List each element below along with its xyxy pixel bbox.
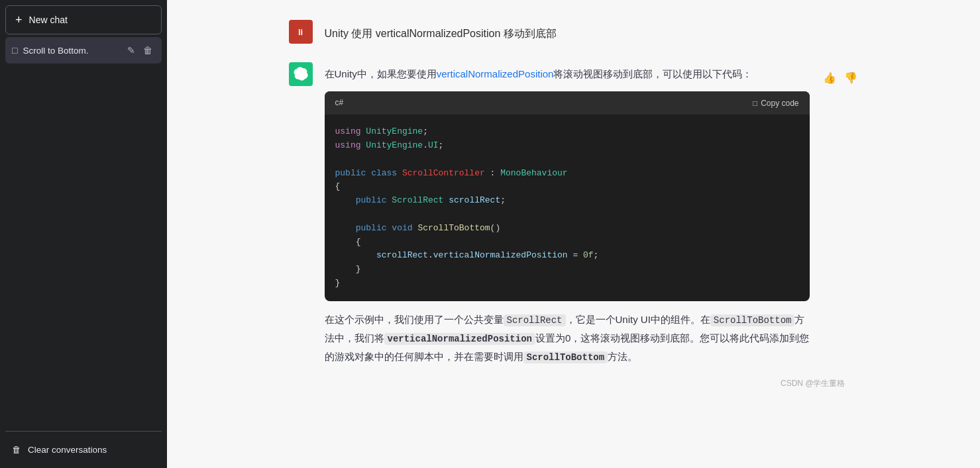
code-line-blank1 — [335, 153, 799, 167]
clear-label: Clear conversations — [28, 445, 107, 455]
inline-code-scrolltobottom: ScrollToBottom — [710, 314, 795, 326]
code-line-blank2 — [335, 208, 799, 222]
inline-code-scrollrect: ScrollRect — [504, 314, 566, 326]
inline-code-position: verticalNormalizedPosition — [384, 333, 535, 345]
trash-icon: 🗑 — [12, 445, 21, 455]
copy-icon: □ — [753, 99, 757, 108]
code-body: using UnityEngine; using UnityEngine.UI;… — [325, 115, 810, 301]
code-header: c# □ Copy code — [325, 91, 810, 115]
gpt-avatar — [289, 62, 313, 86]
code-line-2: using UnityEngine.UI; — [335, 139, 799, 153]
code-line-4: { — [335, 180, 799, 194]
chat-area: li Unity 使用 verticalNormalizedPosition 移… — [276, 0, 872, 389]
new-chat-button[interactable]: + New chat — [5, 5, 162, 34]
user-avatar: li — [289, 20, 313, 44]
new-chat-label: New chat — [29, 15, 68, 25]
conversations-list: □ Scroll to Bottom. ✎ 🗑 — [5, 37, 162, 426]
thumbs-down-button[interactable]: 👎 — [843, 70, 859, 85]
conv-actions: ✎ 🗑 — [125, 44, 155, 57]
code-line-3: public class ScrollController : MonoBeha… — [335, 167, 799, 181]
code-line-9: } — [335, 263, 799, 277]
conversation-item[interactable]: □ Scroll to Bottom. ✎ 🗑 — [5, 37, 162, 64]
plus-icon: + — [15, 14, 23, 26]
user-message-row: li Unity 使用 verticalNormalizedPosition 移… — [289, 20, 859, 44]
code-line-10: } — [335, 277, 799, 291]
code-language-label: c# — [335, 97, 344, 109]
conv-title: Scroll to Bottom. — [23, 46, 88, 56]
user-message-content: Unity 使用 verticalNormalizedPosition 移动到底… — [325, 20, 859, 42]
highlight-text: verticalNormalizedPosition — [437, 68, 554, 79]
watermark: CSDN @学生董格 — [289, 378, 859, 389]
delete-conversation-button[interactable]: 🗑 — [140, 44, 155, 57]
copy-code-button[interactable]: □ Copy code — [753, 99, 799, 108]
thumbs-up-button[interactable]: 👍 — [822, 70, 838, 85]
code-line-5: public ScrollRect scrollRect; — [335, 194, 799, 208]
gpt-message-content: 在Unity中，如果您要使用verticalNormalizedPosition… — [325, 62, 810, 366]
sidebar: + New chat □ Scroll to Bottom. ✎ 🗑 🗑 Cle… — [0, 0, 167, 468]
edit-conversation-button[interactable]: ✎ — [125, 44, 138, 57]
chat-icon: □ — [12, 45, 17, 56]
code-line-6: public void ScrollToBottom() — [335, 222, 799, 236]
clear-conversations-button[interactable]: 🗑 Clear conversations — [5, 437, 162, 463]
code-line-7: { — [335, 236, 799, 250]
gpt-explanation-text: 在这个示例中，我们使用了一个公共变量ScrollRect，它是一个Unity U… — [325, 310, 810, 367]
message-actions: 👍 👎 — [822, 65, 859, 85]
sidebar-bottom: 🗑 Clear conversations — [5, 431, 162, 463]
inline-code-call: ScrollToBottom — [523, 351, 608, 363]
code-line-1: using UnityEngine; — [335, 125, 799, 139]
conv-left: □ Scroll to Bottom. — [12, 45, 89, 56]
copy-code-label: Copy code — [761, 99, 798, 108]
gpt-intro-text: 在Unity中，如果您要使用verticalNormalizedPosition… — [325, 66, 810, 82]
gpt-logo-icon — [294, 67, 308, 81]
gpt-message-row: 在Unity中，如果您要使用verticalNormalizedPosition… — [289, 62, 859, 366]
code-line-8: scrollRect.verticalNormalizedPosition = … — [335, 249, 799, 263]
code-block: c# □ Copy code using UnityEngine; using … — [325, 91, 810, 301]
user-avatar-text: li — [298, 27, 303, 37]
user-message-text: Unity 使用 verticalNormalizedPosition 移动到底… — [325, 28, 557, 39]
main-content: li Unity 使用 verticalNormalizedPosition 移… — [167, 0, 980, 468]
